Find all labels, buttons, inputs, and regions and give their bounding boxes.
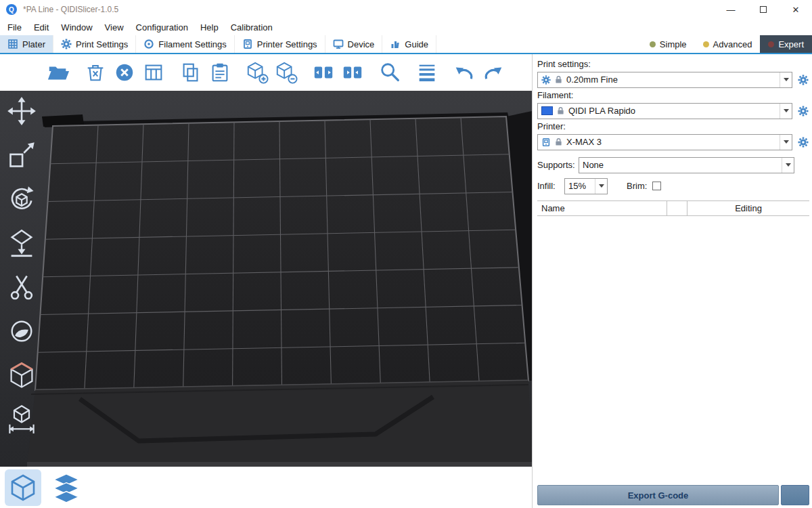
chevron-down-icon <box>786 163 791 167</box>
place-on-face-tool-button[interactable] <box>4 226 39 261</box>
gear-icon <box>541 75 551 85</box>
brim-checkbox[interactable] <box>652 182 661 190</box>
scale-tool-button[interactable] <box>4 137 39 173</box>
object-list-body[interactable] <box>537 216 809 482</box>
search-button[interactable] <box>378 60 402 85</box>
mode-advanced[interactable]: Advanced <box>695 35 761 53</box>
split-to-objects-button[interactable] <box>311 60 336 85</box>
menu-configuration[interactable]: Configuration <box>130 19 194 35</box>
redo-button[interactable] <box>481 60 505 85</box>
arrange-button[interactable] <box>141 60 166 85</box>
column-header-editing[interactable]: Editing <box>687 201 809 215</box>
filament-gear-button[interactable] <box>797 105 809 117</box>
lock-icon <box>557 106 564 115</box>
supports-combo[interactable]: None <box>579 157 794 173</box>
tabbar: Plater Print Settings Filament Settings … <box>0 35 812 54</box>
cut-tool-button[interactable] <box>4 270 39 305</box>
tab-filament-settings[interactable]: Filament Settings <box>136 35 234 53</box>
tab-device[interactable]: Device <box>325 35 383 53</box>
mode-expert[interactable]: Expert <box>760 35 812 53</box>
filament-icon <box>143 39 154 49</box>
tab-label: Guide <box>405 39 428 49</box>
mode-simple[interactable]: Simple <box>641 35 695 53</box>
split-objects-icon <box>312 61 335 84</box>
print-settings-icon <box>61 39 72 49</box>
gear-icon <box>798 106 809 117</box>
printer-gear-button[interactable] <box>797 136 809 148</box>
printer-icon <box>541 137 551 147</box>
place-on-face-icon <box>7 228 37 258</box>
object-list-header: Name Editing <box>537 201 809 216</box>
menu-calibration[interactable]: Calibration <box>225 19 279 35</box>
menu-help[interactable]: Help <box>194 19 225 35</box>
infill-combo[interactable]: 15% <box>564 178 608 194</box>
editor-view-button[interactable] <box>5 469 41 506</box>
tab-print-settings[interactable]: Print Settings <box>53 35 136 53</box>
layer-height-icon <box>415 61 438 84</box>
open-button[interactable] <box>46 60 70 85</box>
export-gcode-button[interactable]: Export G-code <box>537 485 779 505</box>
tab-label: Printer Settings <box>257 39 317 49</box>
measure-tool-button[interactable] <box>4 402 39 437</box>
copy-icon <box>179 61 202 84</box>
app-logo-icon: Q <box>6 4 17 15</box>
add-instance-button[interactable] <box>245 60 269 85</box>
print-settings-gear-button[interactable] <box>797 74 809 86</box>
menubar: File Edit Window View Configuration Help… <box>0 19 812 35</box>
paint-supports-tool-button[interactable] <box>4 314 39 349</box>
printer-combo[interactable]: X-MAX 3 <box>537 134 792 150</box>
remove-instance-button[interactable] <box>274 60 298 85</box>
move-tool-button[interactable] <box>4 93 39 129</box>
scale-icon <box>7 140 37 170</box>
viewport-3d[interactable] <box>0 91 532 467</box>
copy-button[interactable] <box>179 60 203 85</box>
gizmo-toolbar <box>4 93 39 437</box>
arrange-icon <box>142 61 165 84</box>
print-settings-label: Print settings: <box>537 59 809 70</box>
minimize-button[interactable]: — <box>715 0 747 19</box>
tab-label: Print Settings <box>76 39 128 49</box>
menu-file[interactable]: File <box>1 19 28 35</box>
cut-icon <box>7 272 37 302</box>
chevron-down-icon <box>784 78 789 81</box>
delete-all-button[interactable] <box>112 60 137 85</box>
plater-toolbar <box>0 54 532 91</box>
tab-printer-settings[interactable]: Printer Settings <box>235 35 325 53</box>
column-header-name[interactable]: Name <box>537 201 667 215</box>
filament-label: Filament: <box>537 90 809 101</box>
menu-edit[interactable]: Edit <box>28 19 55 35</box>
maximize-icon <box>760 6 767 13</box>
simple-mode-dot-icon <box>650 41 656 47</box>
tab-plater[interactable]: Plater <box>0 35 53 53</box>
delete-button[interactable] <box>83 60 108 85</box>
maximize-button[interactable] <box>747 0 780 19</box>
supports-label: Supports: <box>537 160 579 170</box>
undo-button[interactable] <box>452 60 476 85</box>
variable-layer-height-button[interactable] <box>415 60 439 85</box>
menu-window[interactable]: Window <box>55 19 98 35</box>
split-to-parts-button[interactable] <box>340 60 365 85</box>
preview-view-button[interactable] <box>48 469 85 506</box>
close-button[interactable]: ✕ <box>780 0 812 19</box>
print-settings-combo[interactable]: 0.20mm Fine <box>537 72 792 88</box>
infill-label: Infill: <box>537 181 564 191</box>
printer-value: X-MAX 3 <box>566 137 602 147</box>
measure-icon <box>7 404 37 434</box>
split-parts-icon <box>341 61 364 84</box>
plater-icon <box>7 39 18 49</box>
mode-label: Simple <box>660 39 687 49</box>
seam-tool-button[interactable] <box>4 358 39 393</box>
paste-button[interactable] <box>208 60 232 85</box>
titlebar: Q *PA Line - QIDISlicer-1.0.5 — ✕ <box>0 0 812 19</box>
combo-arrow <box>780 72 792 87</box>
export-options-button[interactable] <box>781 485 809 505</box>
filament-combo[interactable]: QIDI PLA Rapido <box>537 103 792 119</box>
menu-view[interactable]: View <box>99 19 130 35</box>
sidebar: Print settings: 0.20mm Fine Filament: QI… <box>532 54 812 508</box>
tab-label: Filament Settings <box>158 39 226 49</box>
column-header-extruder[interactable] <box>667 201 687 215</box>
supports-value: None <box>583 160 604 170</box>
chevron-down-icon <box>784 109 789 112</box>
tab-guide[interactable]: Guide <box>382 35 436 53</box>
rotate-tool-button[interactable] <box>4 182 39 217</box>
